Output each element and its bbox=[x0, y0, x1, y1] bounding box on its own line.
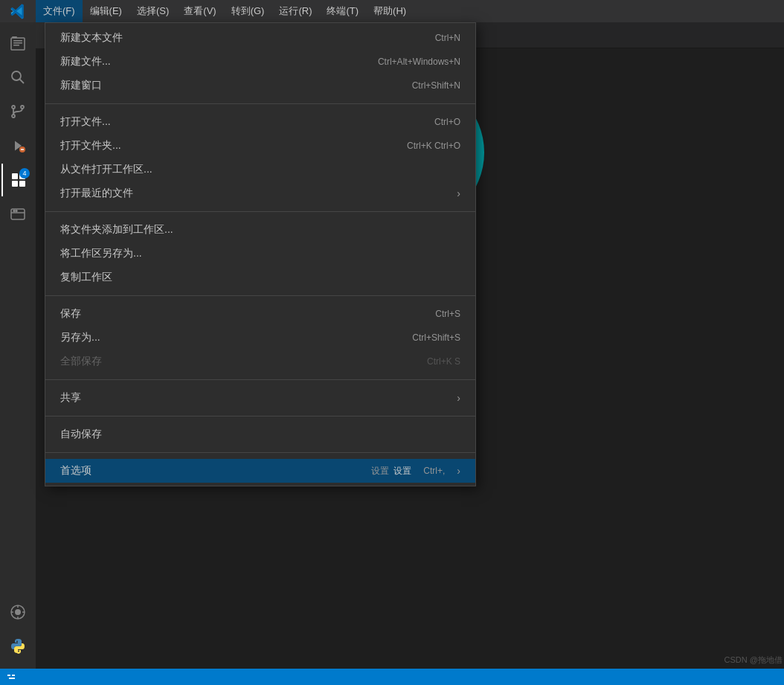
menu-file[interactable]: 文件(F) bbox=[36, 0, 83, 22]
svg-point-5 bbox=[12, 71, 21, 80]
menu-item-open-recent[interactable]: 打开最近的文件 › bbox=[45, 181, 475, 205]
menu-run[interactable]: 运行(R) bbox=[271, 0, 319, 22]
divider-6 bbox=[45, 452, 475, 453]
dropdown-section-preferences: 首选项 设置 设置 Ctrl+, › bbox=[45, 456, 475, 486]
activity-bar: 4 bbox=[0, 22, 36, 669]
menu-select[interactable]: 选择(S) bbox=[129, 0, 176, 22]
menu-item-open-workspace[interactable]: 从文件打开工作区... bbox=[45, 158, 475, 181]
source-control-icon[interactable] bbox=[1, 95, 34, 128]
dropdown-section-share: 共享 › bbox=[45, 383, 475, 413]
run-debug-icon[interactable] bbox=[1, 129, 34, 162]
arduino-plugin-icon[interactable] bbox=[1, 596, 34, 628]
status-left bbox=[0, 672, 16, 682]
extensions-icon[interactable]: 4 bbox=[1, 164, 34, 196]
menu-item-preferences[interactable]: 首选项 设置 设置 Ctrl+, › bbox=[45, 459, 475, 483]
svg-point-20 bbox=[16, 210, 17, 212]
menu-item-add-folder[interactable]: 将文件夹添加到工作区... bbox=[45, 218, 475, 242]
menu-goto[interactable]: 转到(G) bbox=[224, 0, 272, 22]
svg-rect-16 bbox=[19, 181, 25, 187]
menu-item-new-window[interactable]: 新建窗口 Ctrl+Shift+N bbox=[45, 74, 475, 97]
menu-bar: 文件(F) 编辑(E) 选择(S) 查看(V) 转到(G) 运行(R) 终端(T… bbox=[36, 0, 414, 22]
menu-item-auto-save[interactable]: 自动保存 bbox=[45, 422, 475, 446]
vscode-logo bbox=[0, 0, 36, 22]
menu-item-new-text-file[interactable]: 新建文本文件 Ctrl+N bbox=[45, 26, 475, 50]
menu-item-duplicate-workspace[interactable]: 复制工作区 bbox=[45, 266, 475, 289]
svg-rect-2 bbox=[13, 40, 22, 42]
submenu-arrow-recent: › bbox=[457, 187, 460, 199]
menu-item-save[interactable]: 保存 Ctrl+S bbox=[45, 302, 475, 326]
svg-rect-1 bbox=[11, 38, 25, 50]
preferences-submenu-hint: 设置 设置 Ctrl+, › bbox=[371, 465, 460, 477]
dropdown-section-workspace: 将文件夹添加到工作区... 将工作区另存为... 复制工作区 bbox=[45, 215, 475, 292]
python-icon[interactable] bbox=[1, 630, 34, 663]
menu-item-save-all: 全部保存 Ctrl+K S bbox=[45, 350, 475, 373]
svg-rect-3 bbox=[13, 42, 22, 44]
menu-edit[interactable]: 编辑(E) bbox=[83, 0, 129, 22]
menu-item-open-folder[interactable]: 打开文件夹... Ctrl+K Ctrl+O bbox=[45, 134, 475, 158]
divider-4 bbox=[45, 379, 475, 380]
submenu-arrow-share: › bbox=[457, 392, 460, 404]
search-icon[interactable] bbox=[1, 61, 34, 94]
svg-rect-13 bbox=[12, 173, 18, 179]
menu-item-open-file[interactable]: 打开文件... Ctrl+O bbox=[45, 110, 475, 134]
preferences-settings-label: 设置 bbox=[393, 465, 411, 477]
titlebar: 文件(F) 编辑(E) 选择(S) 查看(V) 转到(G) 运行(R) 终端(T… bbox=[0, 0, 784, 22]
remote-icon[interactable] bbox=[1, 198, 34, 231]
divider-1 bbox=[45, 103, 475, 104]
preferences-shortcut: Ctrl+, bbox=[423, 466, 445, 476]
dropdown-section-autosave: 自动保存 bbox=[45, 419, 475, 449]
svg-point-7 bbox=[12, 106, 15, 109]
menu-item-new-file[interactable]: 新建文件... Ctrl+Alt+Windows+N bbox=[45, 50, 475, 74]
svg-rect-15 bbox=[12, 181, 18, 187]
file-dropdown-menu: 新建文本文件 Ctrl+N 新建文件... Ctrl+Alt+Windows+N… bbox=[45, 22, 476, 486]
svg-point-8 bbox=[21, 106, 24, 109]
dropdown-section-save: 保存 Ctrl+S 另存为... Ctrl+Shift+S 全部保存 Ctrl+… bbox=[45, 299, 475, 376]
menu-item-save-workspace-as[interactable]: 将工作区另存为... bbox=[45, 242, 475, 266]
svg-point-9 bbox=[12, 115, 15, 118]
svg-rect-4 bbox=[13, 45, 19, 46]
menu-help[interactable]: 帮助(H) bbox=[366, 0, 414, 22]
explorer-icon[interactable] bbox=[1, 27, 34, 60]
submenu-arrow-preferences: › bbox=[457, 465, 460, 477]
activity-bottom bbox=[1, 596, 34, 664]
menu-item-save-as[interactable]: 另存为... Ctrl+Shift+S bbox=[45, 326, 475, 350]
divider-2 bbox=[45, 211, 475, 212]
svg-point-19 bbox=[13, 210, 15, 212]
divider-3 bbox=[45, 295, 475, 296]
menu-view[interactable]: 查看(V) bbox=[176, 0, 223, 22]
divider-5 bbox=[45, 416, 475, 417]
svg-point-22 bbox=[15, 609, 21, 615]
status-remote[interactable] bbox=[6, 672, 16, 682]
status-bar bbox=[0, 669, 784, 685]
watermark: CSDN @拖地借 bbox=[724, 655, 783, 666]
extensions-badge: 4 bbox=[19, 168, 30, 179]
svg-line-6 bbox=[20, 80, 25, 84]
menu-terminal[interactable]: 终端(T) bbox=[319, 0, 366, 22]
dropdown-section-open: 打开文件... Ctrl+O 打开文件夹... Ctrl+K Ctrl+O 从文… bbox=[45, 107, 475, 208]
dropdown-section-new: 新建文本文件 Ctrl+N 新建文件... Ctrl+Alt+Windows+N… bbox=[45, 23, 475, 100]
menu-item-share[interactable]: 共享 › bbox=[45, 386, 475, 410]
